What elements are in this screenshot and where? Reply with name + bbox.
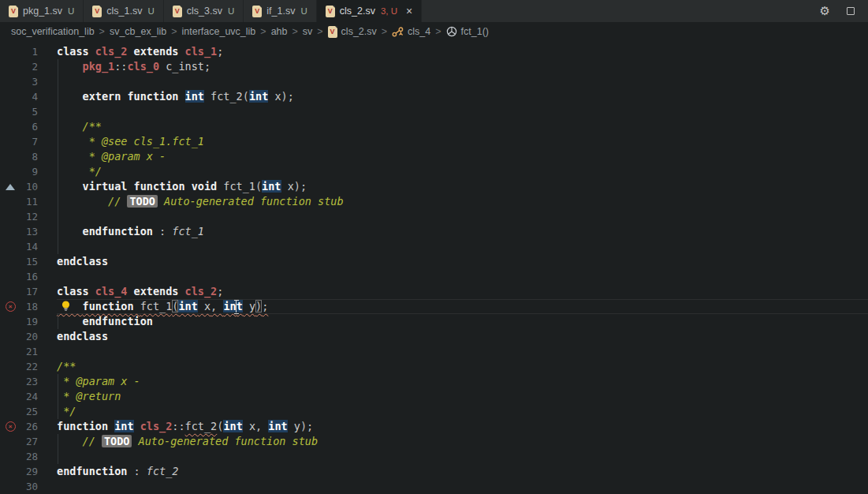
code-text[interactable]: // TODO Auto-generated function stub [57,434,868,449]
indent-guide [58,119,58,134]
indent-guide [58,59,58,74]
code-token: endfunction [83,225,153,238]
code-token: :: [172,420,184,432]
code-text[interactable] [57,344,868,359]
indent-guide [58,164,58,179]
chevron-right-icon: > [260,26,266,37]
settings-gear-icon[interactable]: ⚙ [820,4,830,18]
code-line: 4 extern function int fct_2(int x); [0,89,868,104]
line-number: 14 [20,239,38,254]
breadcrumb-item[interactable]: sv [303,26,313,37]
line-number: 18 [20,299,38,314]
breadcrumb-item[interactable]: sv_cb_ex_lib [110,26,166,37]
gutter [0,314,20,329]
gutter [0,254,20,269]
breadcrumb-item[interactable]: soc_verification_lib [11,26,95,37]
gutter [0,224,20,239]
line-number: 10 [20,179,38,194]
code-line: 1class cls_2 extends cls_1; [0,44,868,59]
gutter [0,149,20,164]
chevron-right-icon: > [382,26,387,37]
gutter [0,179,20,194]
gutter [0,404,20,419]
code-token: int [268,420,287,432]
code-line: 29endfunction : fct_2 [0,464,868,479]
code-text[interactable] [57,209,868,224]
breadcrumb-label: cls_2.sv [341,26,377,37]
tab-filename: if_1.sv [266,6,295,17]
code-text[interactable]: class cls_2 extends cls_1; [57,44,868,59]
code-text[interactable]: endclass [57,329,868,344]
code-text[interactable] [57,449,868,464]
code-text[interactable]: // TODO Auto-generated function stub [57,194,868,209]
code-text[interactable]: virtual function void fct_1(int x); [57,179,868,194]
code-text[interactable]: /** [57,359,868,374]
code-text[interactable]: */ [57,404,868,419]
code-text[interactable] [57,239,868,254]
code-text[interactable]: * @param x - [57,374,868,389]
line-number: 29 [20,464,38,479]
code-token: extends [127,285,184,298]
indent-guide [58,404,58,419]
breadcrumb-item[interactable]: Vcls_2.sv [328,26,377,38]
code-token: , [210,300,223,312]
code-editor[interactable]: 1class cls_2 extends cls_1;2 pkg_1::cls_… [0,41,868,494]
code-text[interactable]: * @param x - [57,149,868,164]
sv-file-icon: V [328,26,337,38]
layout-square-icon[interactable] [847,7,855,15]
indent-guide [58,89,58,104]
indent-guide [58,239,58,254]
tab-decoration-badge: U [68,6,74,16]
code-text[interactable]: function int cls_2::fct_2(int x, int y); [57,419,868,434]
close-icon[interactable]: × [406,6,412,17]
tab-pkg_1.sv[interactable]: Vpkg_1.svU [0,0,84,22]
chevron-right-icon: > [99,26,105,37]
tab-actions: ⚙ [820,0,868,22]
code-text[interactable]: /** [57,119,868,134]
code-text[interactable]: endclass [57,254,868,269]
gutter [0,284,20,299]
tab-filename: cls_2.sv [340,6,375,17]
chevron-right-icon: > [435,26,441,37]
indent-guide [58,179,58,194]
code-token: : [127,465,146,477]
code-text[interactable]: extern function int fct_2(int x); [57,89,868,104]
tab-cls_1.sv[interactable]: Vcls_1.svU [84,0,163,22]
tab-cls_3.sv[interactable]: Vcls_3.svU [164,0,244,22]
tab-if_1.sv[interactable]: Vif_1.svU [244,0,316,22]
code-token: * @param x - [57,150,166,163]
code-text[interactable] [57,269,868,284]
code-text[interactable]: endfunction : fct_1 [57,224,868,239]
gutter [0,134,20,149]
code-text[interactable]: function fct_1(int x, int y); [57,299,868,314]
code-text[interactable] [57,74,868,89]
gutter [0,59,20,74]
code-text[interactable]: */ [57,164,868,179]
code-text[interactable]: endfunction : fct_2 [57,464,868,479]
breadcrumb-label: fct_1() [461,26,489,37]
breadcrumb-label: sv_cb_ex_lib [110,26,166,37]
code-text[interactable]: class cls_4 extends cls_2; [57,284,868,299]
sv-file-icon: V [92,6,102,17]
code-line: 12 [0,209,868,224]
code-text[interactable]: * @return [57,389,868,404]
code-text[interactable] [57,104,868,119]
code-text[interactable]: * @see cls_1.fct_1 [57,134,868,149]
code-text[interactable]: endfunction [57,314,868,329]
line-number: 11 [20,194,38,209]
code-token: fct_1 [140,300,173,312]
gutter [0,104,20,119]
code-line: 14 [0,239,868,254]
gutter: × [0,419,20,434]
breadcrumb-item[interactable]: fct_1() [446,26,489,37]
breadcrumb-item[interactable]: ahb [271,26,288,37]
tab-decoration-badge: U [300,6,307,16]
breadcrumb-item[interactable]: interface_uvc_lib [182,26,256,37]
code-text[interactable] [57,479,868,494]
tab-cls_2.sv[interactable]: Vcls_2.sv3, U× [317,0,422,22]
code-token: fct_2 [185,420,218,432]
line-number: 7 [20,134,38,149]
code-line: 7 * @see cls_1.fct_1 [0,134,868,149]
code-text[interactable]: pkg_1::cls_0 c_inst; [57,59,868,74]
breadcrumb-item[interactable]: cls_4 [392,26,430,37]
